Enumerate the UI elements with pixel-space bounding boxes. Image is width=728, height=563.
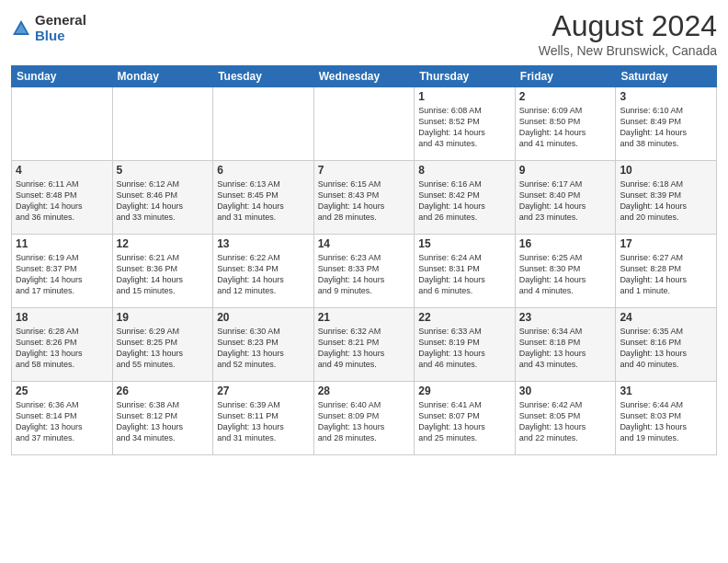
calendar-cell: 23Sunrise: 6:34 AM Sunset: 8:18 PM Dayli…: [515, 308, 616, 382]
calendar-cell: 15Sunrise: 6:24 AM Sunset: 8:31 PM Dayli…: [415, 235, 516, 308]
calendar-cell: 28Sunrise: 6:40 AM Sunset: 8:09 PM Dayli…: [313, 382, 415, 455]
calendar-cell: 4Sunrise: 6:11 AM Sunset: 8:48 PM Daylig…: [12, 161, 113, 235]
cell-content: Sunrise: 6:39 AM Sunset: 8:11 PM Dayligh…: [217, 399, 310, 444]
cell-content: Sunrise: 6:40 AM Sunset: 8:09 PM Dayligh…: [318, 399, 411, 444]
page-container: General Blue August 2024 Wells, New Brun…: [0, 0, 728, 563]
calendar-cell: 19Sunrise: 6:29 AM Sunset: 8:25 PM Dayli…: [112, 308, 213, 382]
calendar-cell: 24Sunrise: 6:35 AM Sunset: 8:16 PM Dayli…: [616, 308, 717, 382]
day-number: 1: [418, 90, 511, 103]
logo-blue: Blue: [35, 29, 86, 44]
day-number: 2: [519, 90, 612, 103]
month-title: August 2024: [539, 9, 717, 43]
day-number: 30: [519, 385, 612, 397]
day-number: 6: [217, 164, 310, 177]
day-number: 5: [117, 164, 210, 177]
cell-content: Sunrise: 6:41 AM Sunset: 8:07 PM Dayligh…: [418, 399, 511, 444]
day-number: 18: [16, 311, 108, 324]
calendar-cell: 5Sunrise: 6:12 AM Sunset: 8:46 PM Daylig…: [112, 161, 213, 235]
calendar-cell: [12, 87, 113, 161]
calendar-cell: 18Sunrise: 6:28 AM Sunset: 8:26 PM Dayli…: [12, 308, 113, 382]
header-cell-saturday: Saturday: [616, 66, 717, 87]
logo-text: General Blue: [35, 13, 86, 43]
day-number: 12: [117, 237, 210, 250]
cell-content: Sunrise: 6:38 AM Sunset: 8:12 PM Dayligh…: [117, 399, 210, 444]
cell-content: Sunrise: 6:18 AM Sunset: 8:39 PM Dayligh…: [620, 178, 712, 224]
calendar-cell: [213, 87, 314, 161]
week-row-1: 1Sunrise: 6:08 AM Sunset: 8:52 PM Daylig…: [12, 87, 717, 161]
day-number: 11: [16, 237, 108, 250]
day-number: 14: [318, 237, 411, 250]
calendar-cell: 8Sunrise: 6:16 AM Sunset: 8:42 PM Daylig…: [415, 161, 516, 235]
day-number: 27: [217, 385, 310, 397]
day-number: 7: [318, 164, 411, 177]
day-number: 13: [217, 237, 310, 250]
calendar-cell: 12Sunrise: 6:21 AM Sunset: 8:36 PM Dayli…: [112, 235, 213, 308]
calendar-cell: 9Sunrise: 6:17 AM Sunset: 8:40 PM Daylig…: [515, 161, 616, 235]
cell-content: Sunrise: 6:33 AM Sunset: 8:19 PM Dayligh…: [418, 326, 511, 371]
calendar-cell: [313, 87, 415, 161]
day-number: 16: [519, 237, 612, 250]
header: General Blue August 2024 Wells, New Brun…: [11, 9, 717, 58]
header-cell-sunday: Sunday: [12, 66, 113, 87]
cell-content: Sunrise: 6:08 AM Sunset: 8:52 PM Dayligh…: [418, 105, 511, 150]
day-number: 8: [418, 164, 511, 177]
calendar-cell: 14Sunrise: 6:23 AM Sunset: 8:33 PM Dayli…: [313, 235, 415, 308]
logo-icon: [11, 18, 31, 39]
calendar-cell: 16Sunrise: 6:25 AM Sunset: 8:30 PM Dayli…: [515, 235, 616, 308]
day-number: 19: [117, 311, 210, 324]
logo: General Blue: [11, 13, 86, 43]
day-number: 25: [16, 385, 108, 397]
calendar-cell: 20Sunrise: 6:30 AM Sunset: 8:23 PM Dayli…: [213, 308, 314, 382]
cell-content: Sunrise: 6:28 AM Sunset: 8:26 PM Dayligh…: [16, 326, 108, 371]
day-number: 26: [117, 385, 210, 397]
calendar-cell: 22Sunrise: 6:33 AM Sunset: 8:19 PM Dayli…: [415, 308, 516, 382]
cell-content: Sunrise: 6:09 AM Sunset: 8:50 PM Dayligh…: [519, 105, 612, 150]
week-row-4: 18Sunrise: 6:28 AM Sunset: 8:26 PM Dayli…: [12, 308, 717, 382]
calendar-cell: 29Sunrise: 6:41 AM Sunset: 8:07 PM Dayli…: [415, 382, 516, 455]
calendar-cell: 3Sunrise: 6:10 AM Sunset: 8:49 PM Daylig…: [616, 87, 717, 161]
cell-content: Sunrise: 6:25 AM Sunset: 8:30 PM Dayligh…: [519, 252, 612, 297]
cell-content: Sunrise: 6:15 AM Sunset: 8:43 PM Dayligh…: [318, 178, 411, 224]
cell-content: Sunrise: 6:13 AM Sunset: 8:45 PM Dayligh…: [217, 178, 310, 224]
week-row-5: 25Sunrise: 6:36 AM Sunset: 8:14 PM Dayli…: [12, 382, 717, 455]
calendar-cell: 26Sunrise: 6:38 AM Sunset: 8:12 PM Dayli…: [112, 382, 213, 455]
day-number: 17: [620, 237, 712, 250]
day-number: 4: [16, 164, 108, 177]
day-number: 20: [217, 311, 310, 324]
cell-content: Sunrise: 6:12 AM Sunset: 8:46 PM Dayligh…: [117, 178, 210, 224]
day-number: 31: [620, 385, 712, 397]
cell-content: Sunrise: 6:30 AM Sunset: 8:23 PM Dayligh…: [217, 326, 310, 371]
cell-content: Sunrise: 6:42 AM Sunset: 8:05 PM Dayligh…: [519, 399, 612, 444]
day-number: 21: [318, 311, 411, 324]
cell-content: Sunrise: 6:19 AM Sunset: 8:37 PM Dayligh…: [16, 252, 108, 297]
calendar-cell: 10Sunrise: 6:18 AM Sunset: 8:39 PM Dayli…: [616, 161, 717, 235]
cell-content: Sunrise: 6:10 AM Sunset: 8:49 PM Dayligh…: [620, 105, 712, 150]
day-number: 9: [519, 164, 612, 177]
cell-content: Sunrise: 6:29 AM Sunset: 8:25 PM Dayligh…: [117, 326, 210, 371]
day-number: 15: [418, 237, 511, 250]
title-area: August 2024 Wells, New Brunswick, Canada: [539, 9, 717, 58]
calendar-cell: 6Sunrise: 6:13 AM Sunset: 8:45 PM Daylig…: [213, 161, 314, 235]
week-row-3: 11Sunrise: 6:19 AM Sunset: 8:37 PM Dayli…: [12, 235, 717, 308]
calendar-cell: 11Sunrise: 6:19 AM Sunset: 8:37 PM Dayli…: [12, 235, 113, 308]
calendar-cell: 31Sunrise: 6:44 AM Sunset: 8:03 PM Dayli…: [616, 382, 717, 455]
cell-content: Sunrise: 6:34 AM Sunset: 8:18 PM Dayligh…: [519, 326, 612, 371]
cell-content: Sunrise: 6:24 AM Sunset: 8:31 PM Dayligh…: [418, 252, 511, 297]
header-cell-monday: Monday: [112, 66, 213, 87]
header-cell-friday: Friday: [515, 66, 616, 87]
day-number: 23: [519, 311, 612, 324]
cell-content: Sunrise: 6:17 AM Sunset: 8:40 PM Dayligh…: [519, 178, 612, 224]
calendar-cell: 7Sunrise: 6:15 AM Sunset: 8:43 PM Daylig…: [313, 161, 415, 235]
cell-content: Sunrise: 6:23 AM Sunset: 8:33 PM Dayligh…: [318, 252, 411, 297]
calendar-cell: 13Sunrise: 6:22 AM Sunset: 8:34 PM Dayli…: [213, 235, 314, 308]
cell-content: Sunrise: 6:22 AM Sunset: 8:34 PM Dayligh…: [217, 252, 310, 297]
day-number: 29: [418, 385, 511, 397]
day-number: 24: [620, 311, 712, 324]
calendar-cell: 27Sunrise: 6:39 AM Sunset: 8:11 PM Dayli…: [213, 382, 314, 455]
cell-content: Sunrise: 6:44 AM Sunset: 8:03 PM Dayligh…: [620, 399, 712, 444]
calendar: SundayMondayTuesdayWednesdayThursdayFrid…: [11, 65, 717, 455]
calendar-cell: [112, 87, 213, 161]
cell-content: Sunrise: 6:35 AM Sunset: 8:16 PM Dayligh…: [620, 326, 712, 371]
calendar-cell: 21Sunrise: 6:32 AM Sunset: 8:21 PM Dayli…: [313, 308, 415, 382]
day-number: 3: [620, 90, 712, 103]
